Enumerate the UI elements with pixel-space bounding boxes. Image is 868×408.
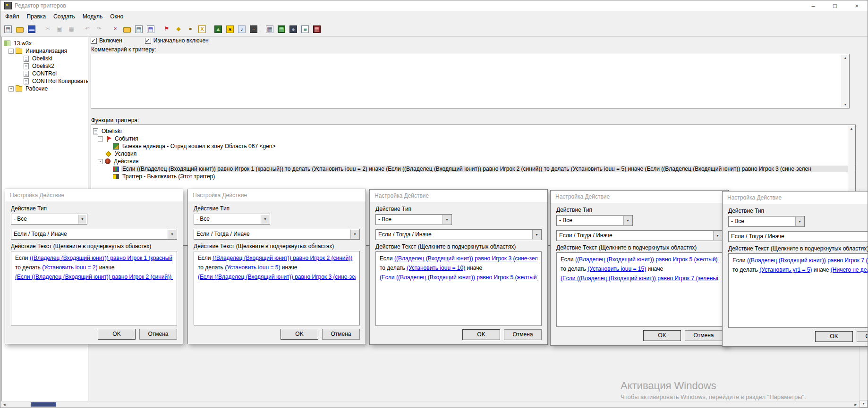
terrain-editor-button[interactable]: ▲ [213,24,224,35]
cinematic-editor-button[interactable]: ▫ [248,24,259,35]
scroll-left-icon[interactable] [0,401,8,408]
ok-button[interactable]: OK [462,329,500,340]
action-text-link[interactable]: (Если ((Владелец (Входящий юнит)) равно … [380,274,537,281]
action-type-select[interactable]: - Все [11,214,87,225]
fn-actions-node[interactable]: -Действия [91,158,855,165]
maximize-button[interactable]: □ [824,0,846,11]
comment-textarea[interactable] [91,54,850,108]
ok-button[interactable]: OK [281,329,318,340]
if-then-else-select[interactable]: Если / Тогда / Иначе [375,229,542,240]
action-text-link[interactable]: (Если ((Владелец (Входящий юнит)) равно … [15,274,173,280]
action-text-link[interactable]: (Установить iouu = 10) [407,265,465,271]
check-map-button[interactable]: ▦ [311,24,323,35]
action-text-link[interactable]: (Ничего не делать) [831,266,868,273]
if-then-else-select[interactable]: Если / Тогда / Иначе [728,231,868,242]
action-text-link[interactable]: (Установить yr1 = 5) [759,266,812,273]
action-text-link[interactable]: (Установить iouu = 15) [587,266,646,272]
new-document-button[interactable]: ▤ [2,24,14,35]
script-editor-button[interactable]: ≡ [299,24,311,35]
expand-icon[interactable]: + [9,86,14,92]
scroll-up-icon[interactable] [848,125,855,132]
dialog-titlebar[interactable]: Настройка Действие [188,189,366,201]
action-type-select[interactable]: - Все [556,215,633,226]
object-editor-button[interactable]: ▦ [276,24,287,35]
cancel-button[interactable]: Отмена [139,329,177,340]
fn-action-if-then-else[interactable]: Если ((Владелец (Входящий юнит)) равно И… [91,165,855,173]
action-text-link[interactable]: (Если ((Владелец (Входящий юнит)) равно … [561,275,718,282]
enabled-checkbox-label: Включен [99,37,122,44]
horizontal-scroll-thumb[interactable] [31,402,56,407]
menu-edit[interactable]: Правка [23,12,50,21]
tree-root-map[interactable]: 13.w3x [2,40,88,47]
fn-trigger-obeliski[interactable]: Obeliski [91,127,855,135]
collapse-icon[interactable]: - [9,49,14,54]
action-text-link[interactable]: (Если ((Владелец (Входящий юнит)) равно … [198,274,356,280]
minimize-button[interactable]: – [802,0,824,11]
new-event-button[interactable]: ⚑ [161,24,172,35]
action-text-link[interactable]: (Установить iouu = 5) [225,264,280,271]
fn-events-node[interactable]: -События [91,135,855,142]
comment-scrollbar[interactable] [842,55,849,108]
new-trigger-button[interactable]: ▤ [133,24,145,35]
tree-category-workers[interactable]: +Рабочие [2,85,88,92]
dialog-titlebar[interactable]: Настройка Действие [723,192,868,204]
scroll-down-corner-button[interactable] [859,400,868,408]
menu-create[interactable]: Создать [50,12,79,21]
dialog-titlebar[interactable]: Настройка Действие [551,191,728,203]
fn-event-unit-enters-region[interactable]: Боевая единица - Отряд вошел в зону Обла… [91,142,855,150]
variables-button[interactable]: X [196,24,208,35]
doc-icon [24,56,29,62]
sound-editor-button[interactable]: ♪ [236,24,247,35]
new-category-button[interactable] [121,24,133,35]
action-text-link[interactable]: ((Владелец (Входящий юнит)) равно Игрок … [394,255,537,262]
menu-module[interactable]: Модуль [79,12,107,21]
scroll-right-icon[interactable] [852,401,859,408]
action-text-link[interactable]: ((Владелец (Входящий юнит)) равно Игрок … [30,255,173,261]
ok-button[interactable]: OK [98,329,136,340]
cancel-button[interactable]: Отмена [685,330,723,341]
close-button[interactable]: × [846,0,868,11]
tree-trigger-control[interactable]: CONTRol [2,70,88,77]
action-text-link[interactable]: ((Владелец (Входящий юнит)) равно Игрок … [213,255,352,261]
campaign-editor-button[interactable]: ● [288,24,299,35]
new-action-button[interactable]: ● [185,24,196,35]
ok-button[interactable]: OK [815,331,853,342]
tree-category-initialization[interactable]: -Инициализация [2,47,88,55]
action-type-select[interactable]: - Все [728,216,805,227]
dialog-titlebar[interactable]: Настройка Действие [370,190,547,202]
menu-window[interactable]: Окно [106,12,127,21]
fn-conditions-node[interactable]: Условия [91,150,855,158]
delete-button[interactable]: × [110,24,121,35]
action-type-select[interactable]: - Все [194,214,270,225]
enabled-checkbox[interactable]: Включен [91,37,122,44]
save-map-button[interactable]: ▬ [26,24,37,35]
tree-trigger-control-copy[interactable]: CONTRol Копировать [2,77,88,85]
main-horizontal-scrollbar[interactable] [0,401,868,408]
collapse-icon[interactable]: - [98,159,103,164]
tree-trigger-obeliski[interactable]: Obeliski [2,55,88,62]
action-text-link[interactable]: ((Владелец (Входящий юнит)) равно Игрок … [747,257,868,264]
collapse-icon[interactable]: - [98,136,103,142]
new-condition-button[interactable]: ◆ [173,24,184,35]
ok-button[interactable]: OK [643,330,681,341]
scroll-up-icon[interactable] [842,55,849,61]
if-then-else-select[interactable]: Если / Тогда / Иначе [11,229,177,240]
keyboard-shortcuts-button[interactable]: ▦ [264,24,275,35]
action-type-select[interactable]: - Все [375,214,452,225]
text-editor-button[interactable]: a [224,24,236,35]
open-map-button[interactable] [14,24,26,35]
action-text-link[interactable]: ((Владелец (Входящий юнит)) равно Игрок … [575,256,718,263]
fn-action-trigger-off[interactable]: Триггер - Выключить (Этот триггер) [91,173,855,180]
dialog-titlebar[interactable]: Настройка Действие [5,189,183,201]
action-text-link[interactable]: (Установить iouu = 2) [42,264,97,271]
cancel-button[interactable]: Отмена [857,331,868,342]
tree-trigger-obelisk2[interactable]: Obelisk2 [2,62,88,70]
cancel-button[interactable]: Отмена [504,329,542,340]
cancel-button[interactable]: Отмена [322,329,360,340]
menu-file[interactable]: Файл [1,12,23,21]
initially-on-checkbox[interactable]: Изначально включен [145,37,209,44]
scroll-down-icon[interactable] [842,101,849,108]
if-then-else-select[interactable]: Если / Тогда / Иначе [194,229,360,240]
new-trigger-comment-button[interactable]: ▤ [145,24,156,35]
if-then-else-select[interactable]: Если / Тогда / Иначе [556,230,723,241]
